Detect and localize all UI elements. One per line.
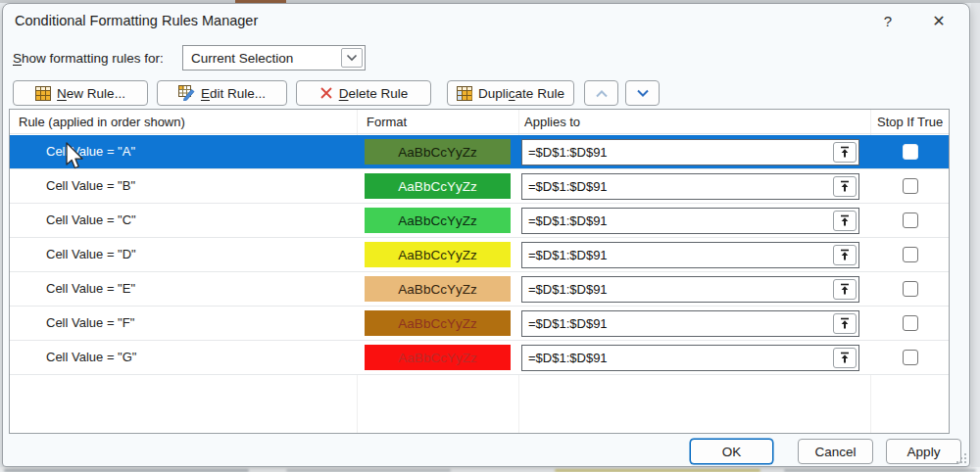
cancel-button[interactable]: Cancel (798, 439, 873, 464)
new-rule-button[interactable]: New Rule... (13, 80, 148, 106)
header-format: Format (367, 115, 407, 129)
chevron-up-icon (595, 89, 609, 98)
format-preview-swatch: AaBbCcYyZz (365, 345, 511, 370)
move-rule-up-button[interactable] (584, 80, 618, 106)
range-picker-icon (839, 214, 851, 227)
stop-if-true-checkbox[interactable] (903, 315, 918, 331)
collapse-dialog-button[interactable] (833, 142, 857, 163)
rules-list-header: Rule (applied in order shown) Format App… (10, 110, 949, 134)
applies-to-field[interactable]: =$D$1:$D$91 (521, 173, 859, 200)
dropdown-chevron-button[interactable] (341, 48, 363, 68)
range-picker-icon (839, 317, 851, 330)
ok-button[interactable]: OK (690, 439, 773, 464)
grid-icon (35, 86, 51, 101)
applies-to-value: =$D$1:$D$91 (528, 179, 608, 194)
show-rules-for-label: Show formatting rules for: (13, 51, 164, 66)
range-picker-icon (839, 352, 851, 364)
rule-label: Cell Value = "C" (46, 212, 136, 227)
dropdown-value: Current Selection (183, 51, 341, 66)
format-preview-swatch: AaBbCcYyZz (365, 208, 511, 233)
rule-row[interactable]: Cell Value = "C" AaBbCcYyZz =$D$1:$D$91 (10, 204, 949, 238)
rules-list: Rule (applied in order shown) Format App… (9, 109, 950, 434)
button-label: Delete Rule (339, 86, 409, 101)
rule-row[interactable]: Cell Value = "B" AaBbCcYyZz =$D$1:$D$91 (10, 169, 949, 204)
rule-row[interactable]: Cell Value = "D" AaBbCcYyZz =$D$1:$D$91 (10, 238, 949, 272)
stop-if-true-checkbox[interactable] (903, 144, 918, 160)
rule-row[interactable]: Cell Value = "A" AaBbCcYyZz =$D$1:$D$91 (10, 135, 949, 169)
rule-row[interactable]: Cell Value = "G" AaBbCcYyZz =$D$1:$D$91 (10, 341, 949, 375)
rule-label: Cell Value = "B" (46, 178, 135, 193)
rule-label: Cell Value = "A" (46, 144, 135, 159)
applies-to-value: =$D$1:$D$91 (528, 248, 608, 262)
resize-grip[interactable] (956, 453, 966, 463)
stop-if-true-checkbox[interactable] (903, 350, 918, 365)
collapse-dialog-button[interactable] (833, 245, 857, 265)
collapse-dialog-button[interactable] (833, 176, 857, 197)
move-rule-down-button[interactable] (625, 80, 660, 106)
stop-if-true-checkbox[interactable] (903, 247, 918, 262)
mnemonic: S (13, 51, 22, 66)
collapse-dialog-button[interactable] (833, 279, 857, 300)
conditional-formatting-rules-manager-dialog: Conditional Formatting Rules Manager ? ✕… (2, 3, 970, 467)
button-label: Edit Rule... (201, 86, 266, 101)
applies-to-value: =$D$1:$D$91 (528, 282, 608, 297)
format-preview-swatch: AaBbCcYyZz (365, 139, 511, 165)
grid-icon (457, 86, 472, 101)
close-button[interactable]: ✕ (922, 8, 956, 33)
format-preview-swatch: AaBbCcYyZz (365, 242, 511, 267)
duplicate-rule-button[interactable]: Duplicate Rule (447, 80, 574, 106)
format-preview-swatch: AaBbCcYyZz (365, 310, 511, 336)
rule-label: Cell Value = "G" (46, 350, 136, 364)
button-label: New Rule... (57, 86, 125, 101)
chevron-down-icon (346, 54, 358, 62)
format-preview-swatch: AaBbCcYyZz (365, 276, 511, 302)
stop-if-true-checkbox[interactable] (903, 212, 918, 228)
range-picker-icon (839, 146, 851, 159)
header-stop-if-true: Stop If True (877, 115, 943, 129)
rule-row[interactable]: Cell Value = "E" AaBbCcYyZz =$D$1:$D$91 (10, 272, 949, 307)
rule-label: Cell Value = "D" (46, 247, 136, 261)
collapse-dialog-button[interactable] (833, 348, 857, 368)
range-picker-icon (839, 283, 851, 296)
range-picker-icon (839, 249, 851, 261)
dialog-title: Conditional Formatting Rules Manager (15, 13, 258, 28)
applies-to-field[interactable]: =$D$1:$D$91 (521, 242, 859, 268)
header-rule: Rule (applied in order shown) (19, 115, 185, 129)
applies-to-field[interactable]: =$D$1:$D$91 (521, 345, 859, 371)
applies-to-value: =$D$1:$D$91 (528, 213, 608, 228)
stop-if-true-checkbox[interactable] (903, 281, 918, 297)
label-text: how formatting rules for: (22, 51, 164, 66)
header-applies-to: Applies to (524, 115, 580, 129)
applies-to-field[interactable]: =$D$1:$D$91 (521, 139, 859, 165)
edit-grid-pencil-icon (178, 85, 195, 101)
delete-rule-button[interactable]: Delete Rule (296, 80, 431, 106)
collapse-dialog-button[interactable] (833, 313, 857, 334)
applies-to-field[interactable]: =$D$1:$D$91 (521, 276, 859, 303)
edit-rule-button[interactable]: Edit Rule... (157, 80, 287, 106)
applies-to-value: =$D$1:$D$91 (528, 351, 608, 365)
rule-label: Cell Value = "E" (46, 281, 135, 296)
help-button[interactable]: ? (871, 8, 905, 33)
format-preview-swatch: AaBbCcYyZz (365, 173, 511, 199)
backdrop-right-edge (971, 3, 980, 467)
collapse-dialog-button[interactable] (833, 211, 857, 231)
applies-to-value: =$D$1:$D$91 (528, 316, 608, 331)
applies-to-value: =$D$1:$D$91 (528, 145, 608, 160)
range-picker-icon (839, 180, 851, 193)
stop-if-true-checkbox[interactable] (903, 178, 918, 194)
rules-list-body: Cell Value = "A" AaBbCcYyZz =$D$1:$D$91 … (10, 135, 949, 375)
apply-button[interactable]: Apply (886, 439, 961, 464)
applies-to-field[interactable]: =$D$1:$D$91 (521, 310, 859, 337)
show-rules-for-dropdown[interactable]: Current Selection (182, 45, 366, 71)
chevron-down-icon (636, 89, 650, 98)
button-label: Duplicate Rule (478, 86, 564, 101)
rule-label: Cell Value = "F" (46, 315, 134, 330)
rule-row[interactable]: Cell Value = "F" AaBbCcYyZz =$D$1:$D$91 (10, 307, 949, 341)
applies-to-field[interactable]: =$D$1:$D$91 (521, 208, 859, 234)
red-x-icon (319, 86, 333, 100)
